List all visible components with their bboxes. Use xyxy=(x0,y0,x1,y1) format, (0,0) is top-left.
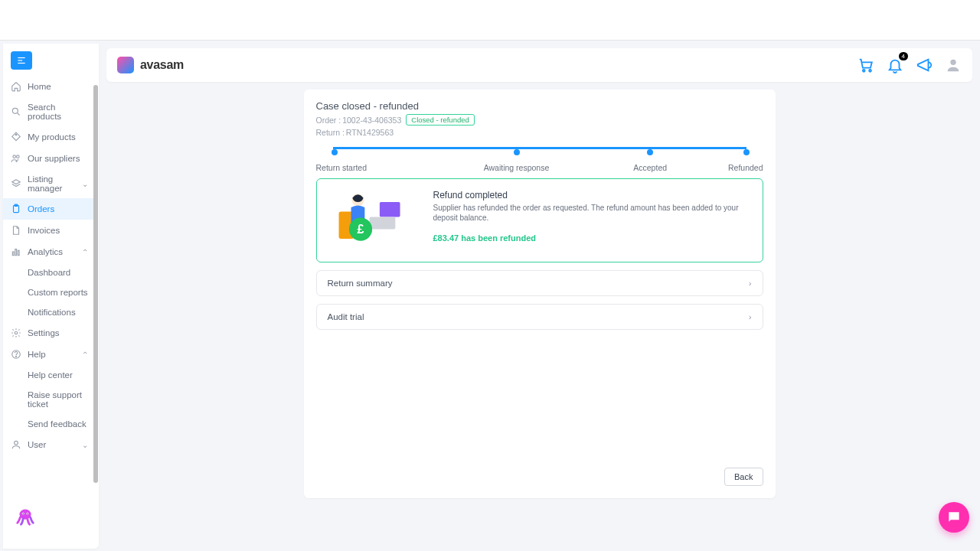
sidebar-item-notifications[interactable]: Notifications xyxy=(3,302,96,322)
sidebar-item-label: Raise support ticket xyxy=(28,390,88,409)
sidebar-item-my-products[interactable]: My products xyxy=(3,126,96,148)
layers-icon xyxy=(11,178,21,189)
svg-rect-10 xyxy=(12,252,14,256)
browser-chrome xyxy=(0,0,980,41)
progress-stepper: Return started Awaiting response Accepte… xyxy=(316,145,763,172)
user-icon xyxy=(11,439,21,450)
clipboard-icon xyxy=(11,204,21,214)
sidebar-item-our-suppliers[interactable]: Our suppliers xyxy=(3,148,96,169)
sidebar-item-label: Help xyxy=(28,350,46,359)
app-mascot-icon xyxy=(14,504,37,527)
refund-illustration-icon: £ xyxy=(331,190,415,251)
refund-title: Refund completed xyxy=(433,190,749,201)
bell-icon[interactable]: 4 xyxy=(887,57,903,73)
svg-point-7 xyxy=(17,155,19,158)
svg-point-3 xyxy=(12,108,18,113)
chevron-right-icon: › xyxy=(749,312,752,321)
sidebar-item-label: Our suppliers xyxy=(28,154,80,163)
back-button[interactable]: Back xyxy=(724,468,763,486)
svg-text:£: £ xyxy=(357,223,364,236)
sidebar-item-search-products[interactable]: Search products xyxy=(3,97,96,126)
step-label: Accepted xyxy=(583,163,717,172)
accordion-label: Audit trial xyxy=(328,312,364,321)
svg-point-21 xyxy=(27,514,28,514)
announce-icon[interactable] xyxy=(916,57,933,73)
svg-point-5 xyxy=(15,134,17,135)
sidebar-nav: HomeSearch productsMy productsOur suppli… xyxy=(3,76,99,483)
svg-rect-26 xyxy=(369,217,395,230)
sidebar-item-user[interactable]: User⌄ xyxy=(3,434,96,455)
accordion-return-summary[interactable]: Return summary › xyxy=(316,270,763,296)
sidebar-scrollbar[interactable] xyxy=(93,85,98,483)
accordion-label: Return summary xyxy=(328,279,393,288)
svg-point-16 xyxy=(15,441,18,445)
accordion-audit-trial[interactable]: Audit trial › xyxy=(316,304,763,330)
sidebar-item-help[interactable]: Help⌃ xyxy=(3,344,96,365)
svg-point-15 xyxy=(16,356,17,357)
home-icon xyxy=(11,81,21,92)
sidebar-item-label: Send feedback xyxy=(28,419,87,429)
sidebar-item-label: Help center xyxy=(28,370,73,380)
chevron-down-icon: ⌄ xyxy=(82,441,88,449)
svg-point-6 xyxy=(13,155,16,158)
sidebar-collapse-button[interactable] xyxy=(11,51,32,70)
sidebar-item-dashboard[interactable]: Dashboard xyxy=(3,262,96,282)
sidebar-item-raise-support-ticket[interactable]: Raise support ticket xyxy=(3,385,96,414)
brand-logo-icon xyxy=(117,57,134,73)
svg-point-13 xyxy=(15,331,18,334)
profile-icon[interactable] xyxy=(945,57,962,73)
file-icon xyxy=(11,225,21,236)
sidebar-item-label: Settings xyxy=(28,328,60,337)
svg-point-17 xyxy=(20,510,31,520)
tag-icon xyxy=(11,132,21,142)
step-label: Awaiting response xyxy=(449,163,583,172)
sidebar-item-help-center[interactable]: Help center xyxy=(3,365,96,385)
sidebar-item-custom-reports[interactable]: Custom reports xyxy=(3,282,96,302)
cart-icon[interactable] xyxy=(858,57,874,73)
sidebar-item-label: Orders xyxy=(28,204,54,214)
svg-point-23 xyxy=(869,70,871,72)
svg-rect-12 xyxy=(18,250,19,255)
step-label: Return started xyxy=(316,163,450,172)
svg-rect-11 xyxy=(15,249,17,256)
status-badge: Closed - refunded xyxy=(406,114,475,126)
refund-description: Supplier has refunded the order as reque… xyxy=(433,204,749,223)
step-label: Refunded xyxy=(717,163,763,172)
chevron-up-icon: ⌃ xyxy=(82,350,88,359)
order-label: Order : xyxy=(316,116,341,125)
refund-completed-panel: £ Refund completed Supplier has refunded… xyxy=(316,178,763,262)
gear-icon xyxy=(11,328,21,338)
sidebar-item-label: User xyxy=(28,440,46,449)
sidebar: HomeSearch productsMy productsOur suppli… xyxy=(3,44,99,549)
svg-line-4 xyxy=(18,113,20,116)
sidebar-item-label: Dashboard xyxy=(28,268,70,277)
chevron-down-icon: ⌄ xyxy=(82,180,88,188)
refund-amount: £83.47 has been refunded xyxy=(433,233,749,243)
chevron-up-icon: ⌃ xyxy=(82,248,88,256)
sidebar-item-home[interactable]: Home xyxy=(3,76,96,97)
top-header: avasam 4 xyxy=(106,48,972,82)
search-icon xyxy=(11,106,21,117)
sidebar-item-label: Invoices xyxy=(28,226,60,235)
sidebar-item-settings[interactable]: Settings xyxy=(3,322,96,344)
help-icon xyxy=(11,349,21,360)
brand[interactable]: avasam xyxy=(117,57,184,73)
sidebar-item-label: Custom reports xyxy=(28,288,88,297)
case-title: Case closed - refunded xyxy=(316,100,763,112)
sidebar-item-invoices[interactable]: Invoices xyxy=(3,220,96,241)
case-card: Case closed - refunded Order : 1002-43-4… xyxy=(304,90,776,498)
sidebar-item-label: Analytics xyxy=(28,247,63,256)
sidebar-item-orders[interactable]: Orders xyxy=(3,198,96,220)
svg-point-20 xyxy=(23,514,24,514)
brand-name: avasam xyxy=(140,58,184,72)
svg-rect-25 xyxy=(379,202,400,217)
svg-point-24 xyxy=(950,60,956,65)
sidebar-item-send-feedback[interactable]: Send feedback xyxy=(3,414,96,434)
sidebar-item-listing-manager[interactable]: Listing manager⌄ xyxy=(3,169,96,198)
sidebar-item-label: Notifications xyxy=(28,308,76,317)
return-label: Return : xyxy=(316,128,345,137)
order-number: 1002-43-406353 xyxy=(342,116,401,125)
return-number: RTN1429563 xyxy=(346,128,394,137)
sidebar-item-analytics[interactable]: Analytics⌃ xyxy=(3,241,96,262)
chat-button[interactable] xyxy=(939,502,969,533)
